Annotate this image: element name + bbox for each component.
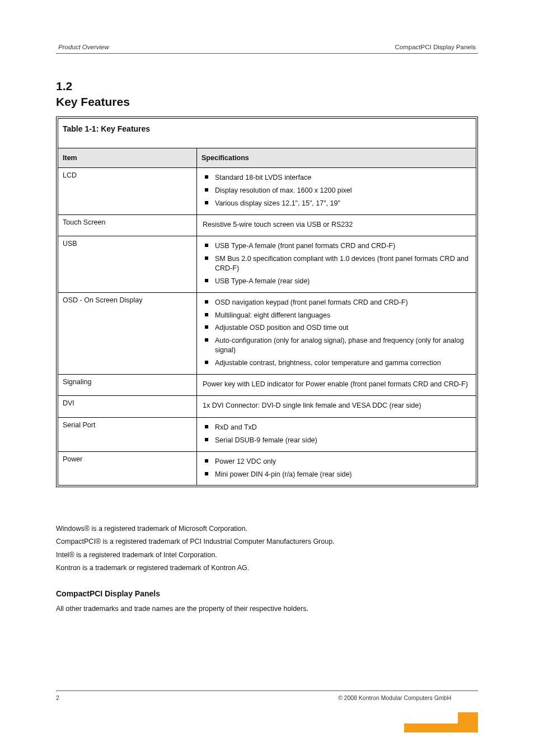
row-label: USB	[58, 236, 197, 293]
header-chapter: Product Overview	[58, 44, 109, 50]
features-table: Table 1-1: Key Features Item Specificati…	[56, 116, 478, 487]
list-item: Adjustable OSD position and OSD time out	[204, 321, 471, 334]
row-spec: RxD and TxD Serial DSUB-9 female (rear s…	[197, 417, 476, 451]
table-row: Touch Screen Resistive 5-wire touch scre…	[58, 214, 476, 236]
row-spec: 1x DVI Connector: DVI-D single link fema…	[197, 396, 476, 418]
list-item: Auto-configuration (only for analog sign…	[204, 334, 471, 357]
logo-bar	[404, 724, 458, 732]
row-label: Touch Screen	[58, 214, 197, 236]
list-item: USB Type-A female (rear side)	[204, 275, 471, 288]
header-product: CompactPCI Display Panels	[395, 44, 476, 50]
table-row: Serial Port RxD and TxD Serial DSUB-9 fe…	[58, 417, 476, 451]
table-row: Signaling Power key with LED indicator f…	[58, 374, 476, 396]
list-item: Mini power DIN 4-pin (r/a) female (rear …	[204, 468, 471, 481]
list-item: OSD navigation keypad (front panel forma…	[204, 296, 471, 309]
list-item: SM Bus 2.0 specification compliant with …	[204, 253, 471, 275]
row-label: LCD	[58, 168, 197, 215]
row-spec: OSD navigation keypad (front panel forma…	[197, 292, 476, 374]
credit-line: Kontron is a trademark or registered tra…	[56, 562, 478, 574]
row-spec: Power key with LED indicator for Power e…	[197, 374, 476, 396]
row-label: Power	[58, 451, 197, 486]
header-rule	[56, 53, 478, 54]
credit-line: Windows® is a registered trademark of Mi…	[56, 523, 478, 535]
col-head-spec: Specifications	[197, 148, 476, 168]
row-spec: Power 12 VDC only Mini power DIN 4-pin (…	[197, 451, 476, 486]
brand-logo	[400, 702, 478, 732]
footer-rule	[56, 690, 478, 691]
footer-copyright: © 2008 Kontron Modular Computers GmbH	[59, 694, 478, 701]
row-label: DVI	[58, 396, 197, 418]
credit-line: CompactPCI® is a registered trademark of…	[56, 536, 478, 548]
list-item: Serial DSUB-9 female (rear side)	[204, 434, 471, 447]
credits: Windows® is a registered trademark of Mi…	[56, 523, 478, 615]
page-footer: 2 © 2008 Kontron Modular Computers GmbH	[56, 690, 478, 701]
list-item: Adjustable contrast, brightness, color t…	[204, 357, 471, 370]
credit-line: Intel® is a registered trademark of Inte…	[56, 549, 478, 561]
row-label: Signaling	[58, 374, 197, 396]
table-row: LCD Standard 18-bit LVDS interface Displ…	[58, 168, 476, 215]
row-label: OSD - On Screen Display	[58, 292, 197, 374]
list-item: Power 12 VDC only	[204, 455, 471, 468]
list-item: Multilingual: eight different languages	[204, 309, 471, 322]
row-spec: Resistive 5-wire touch screen via USB or…	[197, 214, 476, 236]
table-row: OSD - On Screen Display OSD navigation k…	[58, 292, 476, 374]
list-item: Standard 18-bit LVDS interface	[204, 171, 471, 184]
table-row: USB USB Type-A female (front panel forma…	[58, 236, 476, 293]
list-item: Various display sizes 12.1", 15", 17", 1…	[204, 197, 471, 210]
row-spec: Standard 18-bit LVDS interface Display r…	[197, 168, 476, 215]
list-item: Display resolution of max. 1600 x 1200 p…	[204, 184, 471, 197]
list-item: USB Type-A female (front panel formats C…	[204, 240, 471, 253]
table-row: DVI 1x DVI Connector: DVI-D single link …	[58, 396, 476, 418]
section-title: Key Features	[56, 95, 478, 109]
row-label: Serial Port	[58, 417, 197, 451]
trademark-note: All other trademarks and trade names are…	[56, 603, 478, 615]
col-head-item: Item	[58, 148, 197, 168]
row-spec: USB Type-A female (front panel formats C…	[197, 236, 476, 293]
table-title: Table 1-1: Key Features	[58, 119, 476, 148]
section-number: 1.2	[56, 80, 478, 93]
list-item: RxD and TxD	[204, 421, 471, 434]
table-row: Power Power 12 VDC only Mini power DIN 4…	[58, 451, 476, 486]
logo-square	[458, 712, 478, 732]
product-title: CompactPCI Display Panels	[56, 587, 478, 601]
